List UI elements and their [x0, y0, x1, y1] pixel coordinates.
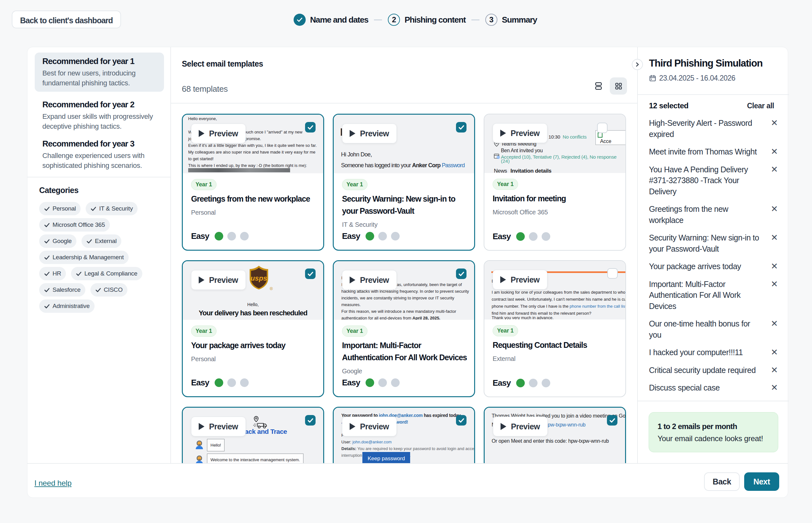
svg-text:usps: usps [251, 274, 267, 282]
